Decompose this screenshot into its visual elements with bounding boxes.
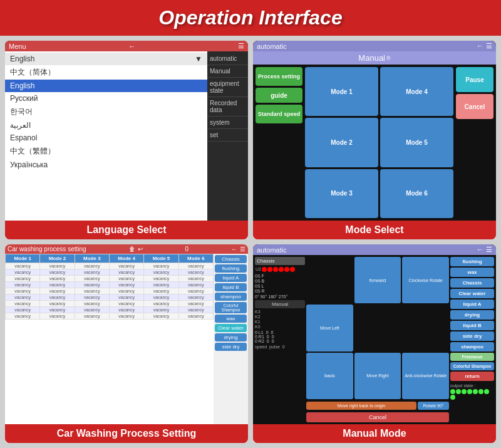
mode3-btn[interactable]: Mode 3	[305, 169, 378, 218]
mode1-btn[interactable]: Mode 1	[305, 67, 378, 116]
standard-speed-btn[interactable]: Standard speed	[256, 105, 302, 123]
lang-item-ukrainian[interactable]: Українська	[5, 159, 207, 171]
sidebar-recorded[interactable]: Recorded data	[207, 97, 248, 117]
output-dot	[450, 389, 455, 394]
liquid-b-manual-btn[interactable]: liquid B	[450, 321, 494, 330]
move-right-btn[interactable]: Move Right	[354, 353, 401, 399]
lang-sidebar: automatic Manual equipment state Recorde…	[207, 51, 248, 221]
lang-item-espanol[interactable]: Espanol	[5, 132, 207, 144]
table-row: vacancyvacancyvacancyvacancyvacancyvacan…	[6, 269, 214, 276]
move-left-btn[interactable]: Move Left	[306, 305, 353, 351]
special-btns: Move right back to origin Rotate 90°	[306, 402, 449, 410]
output-dot	[467, 389, 472, 394]
side-dry-btn[interactable]: side dry	[215, 343, 247, 351]
process-setting-btn[interactable]: Process setting	[256, 67, 302, 86]
sidebar-set[interactable]: set	[207, 129, 248, 142]
manual-back-icon[interactable]: ←	[477, 246, 483, 254]
colorful-shampoo-manual-btn[interactable]: Colorful Shampoo	[450, 362, 494, 370]
sidebar-equipment[interactable]: equipment state	[207, 78, 248, 97]
main-container: Operation Interface Menu ← ☰ English	[0, 0, 501, 448]
clear-water-btn[interactable]: Clear water	[215, 324, 247, 332]
wash-list-icon[interactable]: ☰	[240, 246, 245, 253]
lang-item-arabic[interactable]: العربية	[5, 119, 207, 132]
car-washing-label: Car Washing Process Setting	[5, 424, 248, 443]
chassis-manual-btn[interactable]: Chassis	[450, 278, 494, 288]
cancel-btn[interactable]: Cancel	[456, 94, 493, 119]
freemove-btn[interactable]: Freemove	[450, 353, 494, 361]
manual-body: Chassis U2 0S F	[253, 255, 496, 424]
list-icon[interactable]: ☰	[238, 42, 244, 50]
back-btn[interactable]: back	[306, 353, 353, 399]
lang-item-russian[interactable]: Русский	[5, 92, 207, 105]
flushing-manual-btn[interactable]: flushing	[450, 257, 494, 266]
sidebar-system[interactable]: system	[207, 117, 248, 129]
dropdown-arrow-icon: ▼	[195, 55, 202, 63]
mode2-btn[interactable]: Mode 2	[305, 118, 378, 167]
manual-list-icon[interactable]: ☰	[486, 246, 492, 254]
table-row: vacancyvacancyvacancyvacancyvacancyvacan…	[6, 313, 214, 320]
liquid-a-btn[interactable]: liquid A	[215, 274, 247, 282]
mode6-btn[interactable]: Mode 6	[380, 169, 453, 218]
output-dot	[473, 389, 478, 394]
wax-manual-btn[interactable]: wax	[450, 268, 494, 277]
table-row: vacancyvacancyvacancyvacancyvacancyvacan…	[6, 301, 214, 307]
chassis-dots: U2	[255, 266, 305, 273]
forward-btn[interactable]: forward	[354, 257, 401, 303]
chassis-label: Chassis	[255, 257, 305, 265]
speed-header: speedpulse0	[255, 345, 305, 349]
liquid-b-btn[interactable]: liquid B	[215, 283, 247, 291]
back-icon[interactable]: ←	[128, 43, 135, 50]
mode-back-icon[interactable]: ←	[477, 42, 483, 50]
col-mode2: Mode 2	[40, 254, 75, 263]
wash-top-bar: Car washing process setting 🗑 ↩ 0 ← ☰	[5, 244, 248, 254]
anticlockwise-btn[interactable]: Anti-clockwise Rotate	[402, 353, 449, 399]
shampoo-btn[interactable]: shampoo	[215, 293, 247, 301]
drying-manual-btn[interactable]: drying	[450, 310, 494, 320]
rotate90-btn[interactable]: Rotate 90°	[418, 402, 449, 410]
mode-title: Manual	[358, 53, 385, 63]
chassis-btn[interactable]: Chassis	[215, 255, 247, 263]
side-dry-manual-btn[interactable]: side dry	[450, 331, 494, 341]
lang-item-english-selected[interactable]: English	[5, 80, 207, 92]
trash-icon[interactable]: 🗑	[129, 246, 135, 253]
clockwise-btn[interactable]: Clockwise Rotate	[402, 257, 449, 303]
lang-item-english-dropdown[interactable]: English ▼	[5, 53, 207, 65]
table-row: vacancyvacancyvacancyvacancyvacancyvacan…	[6, 294, 214, 301]
liquid-a-manual-btn[interactable]: liquid A	[450, 300, 494, 309]
nav-grid: forward Clockwise Rotate Move Left back …	[306, 257, 449, 399]
col-mode1: Mode 1	[6, 254, 40, 263]
output-dot	[456, 389, 461, 394]
mode-left-buttons: Process setting guide Standard speed	[256, 67, 302, 218]
colorful-shampoo-btn[interactable]: Colorful Shampoo	[215, 302, 247, 313]
sidebar-manual[interactable]: Manual	[207, 65, 248, 78]
clear-water-manual-btn[interactable]: Clear water	[450, 289, 494, 298]
wash-table: Mode 1 Mode 2 Mode 3 Mode 4 Mode 5 Mode …	[5, 254, 214, 424]
undo-icon[interactable]: ↩	[138, 246, 143, 253]
output-dot	[478, 389, 483, 394]
cancel-manual-btn[interactable]: Cancel	[306, 412, 449, 422]
lang-item-korean[interactable]: 한국어	[5, 105, 207, 119]
shampoo-manual-btn[interactable]: shampoo	[450, 342, 494, 352]
flushing-btn[interactable]: flushing	[215, 264, 247, 273]
lang-item-chinese-simplified[interactable]: 中文（简体）	[5, 65, 207, 80]
table-row: vacancyvacancyvacancyvacancyvacancyvacan…	[6, 307, 214, 313]
sidebar-automatic[interactable]: automatic	[207, 53, 248, 65]
mode5-btn[interactable]: Mode 5	[380, 118, 453, 167]
lang-item-chinese-traditional[interactable]: 中文（繁體）	[5, 144, 207, 159]
mode-list-icon[interactable]: ☰	[486, 42, 492, 50]
degree-labels: 0° 90° 180° 270°	[255, 294, 305, 299]
wash-back-icon[interactable]: ←	[231, 246, 237, 253]
guide-btn[interactable]: guide	[256, 88, 302, 103]
mode-select-screen: automatic ← ☰ Manual ® Process setting	[253, 41, 496, 221]
pause-btn[interactable]: Pause	[456, 67, 493, 92]
mode4-btn[interactable]: Mode 4	[380, 67, 453, 116]
mode-top-bar: automatic ← ☰	[253, 41, 496, 51]
return-btn[interactable]: return	[450, 372, 494, 381]
mode-screen-title: automatic	[257, 43, 287, 50]
drying-btn[interactable]: drying	[215, 333, 247, 341]
language-select-label: Language Select	[5, 221, 248, 239]
wax-btn[interactable]: wax	[215, 315, 247, 323]
content-grid: Menu ← ☰ English ▼ 中文（简体） English Рус	[0, 36, 501, 448]
output-dot	[462, 389, 467, 394]
move-right-origin-btn[interactable]: Move right back to origin	[306, 402, 416, 410]
